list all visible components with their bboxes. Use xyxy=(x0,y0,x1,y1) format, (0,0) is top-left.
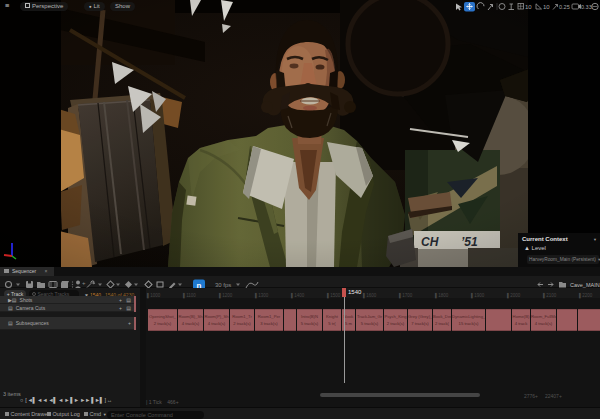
svg-text:10: 10 xyxy=(525,4,532,10)
svg-text:+: + xyxy=(82,280,86,286)
svg-text:0.33: 0.33 xyxy=(581,4,592,10)
svg-text:0.25: 0.25 xyxy=(559,4,570,10)
svg-text:10: 10 xyxy=(543,4,550,10)
